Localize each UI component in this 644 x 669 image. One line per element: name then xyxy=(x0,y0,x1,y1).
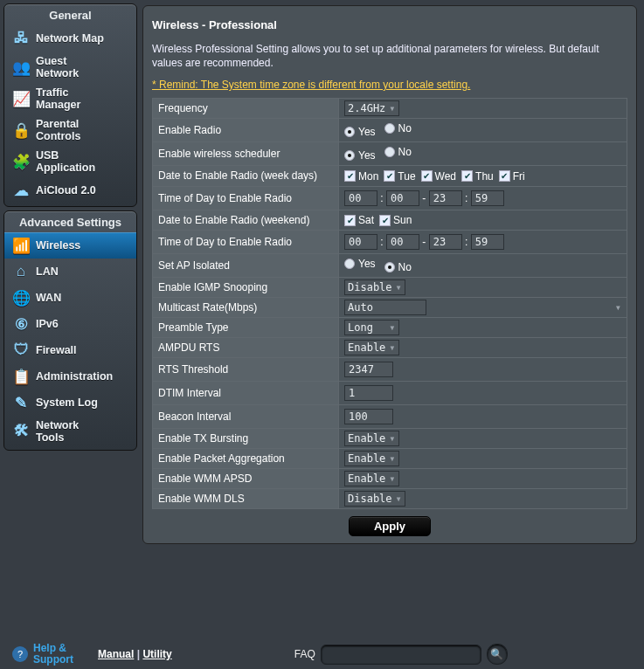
ampdu-select[interactable]: Enable▾ xyxy=(344,340,399,355)
radio-yes[interactable]: Yes xyxy=(344,258,376,270)
content: Wireless - Professional Wireless Profess… xyxy=(141,0,644,639)
sidebar-general-header: General xyxy=(4,7,136,25)
beacon-input[interactable]: 100 xyxy=(344,409,393,424)
radio-dot-icon xyxy=(384,123,395,134)
sidebar-icon: 🛡 xyxy=(11,341,31,360)
radio-no[interactable]: No xyxy=(384,146,412,158)
faq-search-input[interactable] xyxy=(321,645,481,665)
apply-button[interactable]: Apply xyxy=(349,516,431,536)
page-title: Wireless - Professional xyxy=(152,15,627,42)
sidebar-item-label: Traffic Manager xyxy=(36,86,80,111)
sidebar-icon: 📶 xyxy=(11,236,31,255)
sidebar-item-aicloud-2-0[interactable]: ☁AiCloud 2.0 xyxy=(4,177,136,203)
sidebar-item-label: Administration xyxy=(36,370,113,383)
sidebar-icon: ✎ xyxy=(11,393,31,412)
checkbox-icon: ✔ xyxy=(384,170,395,182)
sidebar-item-parental-controls[interactable]: 🔒Parental Controls xyxy=(4,114,136,146)
sidebar-item-label: USB Application xyxy=(36,149,95,174)
sidebar-item-usb-application[interactable]: 🧩USB Application xyxy=(4,146,136,177)
sidebar-icon: 🧩 xyxy=(11,152,31,171)
time-h1[interactable]: 00 xyxy=(344,190,377,206)
radio-no[interactable]: No xyxy=(384,122,412,134)
sidebar-item-ipv6[interactable]: ⑥IPv6 xyxy=(4,311,136,337)
sidebar-icon: 🌐 xyxy=(11,288,31,307)
pktagg-select[interactable]: Enable▾ xyxy=(344,451,399,466)
help-support-link[interactable]: Help & Support xyxy=(33,643,73,666)
sidebar-item-label: IPv6 xyxy=(36,318,59,330)
utility-link[interactable]: Utility xyxy=(142,648,171,660)
checkbox-fri[interactable]: ✔Fri xyxy=(499,170,525,183)
preamble-select[interactable]: Long ▾ xyxy=(344,320,399,335)
checkbox-mon[interactable]: ✔Mon xyxy=(344,170,378,183)
wmm-dls-select[interactable]: Disable▾ xyxy=(344,491,405,507)
multicast-select[interactable]: Auto▾ xyxy=(344,300,426,315)
sidebar-item-traffic-manager[interactable]: 📈Traffic Manager xyxy=(4,83,136,114)
timezone-remind-link[interactable]: * Remind: The System time zone is differ… xyxy=(152,79,627,98)
sidebar-item-network-tools[interactable]: 🛠Network Tools xyxy=(4,416,136,447)
sidebar-general: General 🖧Network Map👥Guest Network📈Traff… xyxy=(3,3,137,207)
radio-dot-icon xyxy=(384,147,395,157)
time-h2[interactable]: 23 xyxy=(429,234,462,250)
rts-input[interactable]: 2347 xyxy=(344,362,393,377)
faq-search-button[interactable]: 🔍 xyxy=(487,644,508,665)
time-m2[interactable]: 59 xyxy=(471,190,504,206)
time-m1[interactable]: 00 xyxy=(386,190,419,206)
sidebar-item-lan[interactable]: ⌂LAN xyxy=(4,259,136,285)
sidebar-item-label: Parental Controls xyxy=(36,118,80,142)
sidebar-item-administration[interactable]: 📋Administration xyxy=(4,363,136,390)
sidebar-icon: 📈 xyxy=(11,89,31,108)
enable-radio-cell: YesNo xyxy=(339,119,627,142)
manual-link[interactable]: Manual xyxy=(98,648,134,660)
page-description: Wireless Professional Setting allows you… xyxy=(152,42,627,79)
sidebar-icon: ⑥ xyxy=(11,314,31,334)
radio-dot-icon xyxy=(384,262,395,272)
time-m2[interactable]: 59 xyxy=(471,234,504,250)
checkbox-sun[interactable]: ✔Sun xyxy=(379,214,412,226)
sidebar-item-system-log[interactable]: ✎System Log xyxy=(4,390,136,416)
dtim-input[interactable]: 1 xyxy=(344,385,393,401)
footer-links: Manual | Utility xyxy=(98,648,172,660)
sidebar-item-label: Wireless xyxy=(36,239,80,252)
txburst-select[interactable]: Enable▾ xyxy=(344,431,399,446)
frequency-select[interactable]: 2.4GHz▾ xyxy=(344,100,399,116)
checkbox-wed[interactable]: ✔Wed xyxy=(421,170,456,183)
sidebar-advanced-header: Advanced Settings xyxy=(4,214,136,232)
sidebar-item-firewall[interactable]: 🛡Firewall xyxy=(4,337,136,363)
weekend-cell: ✔Sat✔Sun xyxy=(339,210,627,231)
radio-dot-icon xyxy=(344,127,355,137)
radio-yes[interactable]: Yes xyxy=(344,149,376,162)
radio-yes[interactable]: Yes xyxy=(344,126,376,138)
checkbox-tue[interactable]: ✔Tue xyxy=(384,170,415,183)
checkbox-icon: ✔ xyxy=(344,170,356,182)
checkbox-icon: ✔ xyxy=(499,170,510,182)
sidebar-icon: ⌂ xyxy=(11,262,31,281)
radio-dot-icon xyxy=(344,259,355,269)
checkbox-thu[interactable]: ✔Thu xyxy=(461,170,494,183)
sidebar: General 🖧Network Map👥Guest Network📈Traff… xyxy=(0,0,141,639)
checkbox-sat[interactable]: ✔Sat xyxy=(344,214,374,226)
igmp-select[interactable]: Disable▾ xyxy=(344,279,405,295)
search-icon: 🔍 xyxy=(490,648,503,660)
sidebar-item-guest-network[interactable]: 👥Guest Network xyxy=(4,52,136,83)
footer: ? Help & Support Manual | Utility FAQ 🔍 xyxy=(0,639,644,669)
sidebar-item-wan[interactable]: 🌐WAN xyxy=(4,285,136,311)
sidebar-icon: ☁ xyxy=(11,181,31,200)
checkbox-icon: ✔ xyxy=(461,170,473,182)
sidebar-icon: 📋 xyxy=(11,367,31,386)
sidebar-item-label: Network Map xyxy=(36,32,104,45)
enable-scheduler-cell: YesNo xyxy=(339,142,627,166)
settings-table: Frequency 2.4GHz▾ Enable Radio YesNo Ena… xyxy=(152,98,627,509)
weekend-time-cell: 00 : 00 - 23 : 59 xyxy=(339,231,627,254)
sidebar-item-network-map[interactable]: 🖧Network Map xyxy=(4,25,136,52)
checkbox-icon: ✔ xyxy=(379,215,391,226)
apply-bar: Apply xyxy=(152,509,627,538)
time-h1[interactable]: 00 xyxy=(344,234,377,250)
sidebar-icon: 🛠 xyxy=(11,422,31,441)
time-h2[interactable]: 23 xyxy=(429,190,462,206)
radio-no[interactable]: No xyxy=(384,261,412,273)
sidebar-item-wireless[interactable]: 📶Wireless xyxy=(4,232,136,259)
faq-label: FAQ xyxy=(294,648,315,660)
time-m1[interactable]: 00 xyxy=(386,234,419,250)
checkbox-icon: ✔ xyxy=(344,215,356,226)
wmm-apsd-select[interactable]: Enable▾ xyxy=(344,471,399,486)
